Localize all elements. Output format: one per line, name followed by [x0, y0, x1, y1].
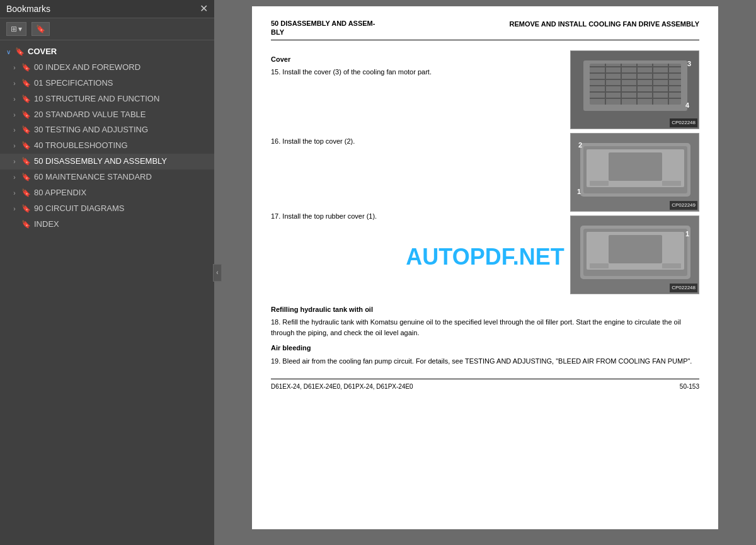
bookmark-icon: 🔖 [20, 95, 32, 105]
svg-rect-19 [590, 181, 609, 186]
page-document: 50 DISASSEMBLY AND ASSEM- BLY REMOVE AND… [252, 6, 718, 529]
svg-rect-18 [609, 152, 662, 181]
bookmark-list: ∨ 🔖 COVER › 🔖 00 INDEX AND FOREWORD › 🔖 … [0, 40, 214, 545]
bookmark-icon: 🔖 [20, 204, 32, 214]
footer-model-text: D61EX-24, D61EX-24E0, D61PX-24, D61PX-24… [271, 382, 413, 391]
chevron-right-icon: › [9, 173, 20, 181]
chevron-right-icon: › [9, 95, 20, 103]
sidebar-item-label: 00 INDEX AND FOREWORD [32, 62, 209, 73]
bookmark-icon: 🔖 [20, 188, 32, 198]
close-button[interactable]: ✕ [200, 4, 208, 14]
bookmark-icon: 🔖 [20, 79, 32, 89]
step-18: 18. Refill the hydraulic tank with Komat… [271, 317, 699, 338]
chevron-right-icon: › [9, 64, 20, 72]
bookmark-icon: 🔖 [20, 110, 32, 120]
bookmark-icon: 🔖 [20, 157, 32, 167]
sidebar-item-label: COVER [25, 47, 209, 57]
sidebar-item-60-maint[interactable]: › 🔖 60 MAINTENANCE STANDARD [0, 169, 214, 185]
image-3: 1 CP022248 [570, 215, 699, 294]
sidebar-item-label: 60 MAINTENANCE STANDARD [32, 172, 209, 183]
bookmark-icon: 🔖 [36, 25, 45, 33]
header-topic-label: REMOVE AND INSTALL COOLING FAN DRIVE ASS… [509, 19, 699, 37]
chevron-right-icon: › [9, 158, 20, 166]
image-1: 3 4 CP022248 [570, 50, 699, 129]
sidebar-item-20-standard[interactable]: › 🔖 20 STANDARD VALUE TABLE [0, 107, 214, 123]
sidebar-item-80-appendix[interactable]: › 🔖 80 APPENDIX [0, 185, 214, 201]
grid-view-button[interactable]: ⊞ ▾ [6, 22, 26, 36]
chevron-right-icon: › [9, 126, 20, 134]
image-2-label: CP022249 [670, 201, 697, 210]
svg-rect-27 [662, 263, 681, 268]
bookmark-icon: 🔖 [20, 220, 32, 230]
sidebar-item-label: 50 DISASSEMBLY AND ASSEMBLY [32, 156, 209, 167]
sidebar-item-label: 90 CIRCUIT DIAGRAMS [32, 204, 209, 214]
sidebar-collapse-button[interactable]: ‹ [213, 264, 222, 282]
bookmark-icon: 🔖 [20, 141, 32, 151]
sidebar-item-index[interactable]: 🔖 INDEX [0, 217, 214, 232]
sidebar-item-00-index[interactable]: › 🔖 00 INDEX AND FOREWORD [0, 60, 214, 76]
main-content-area: 50 DISASSEMBLY AND ASSEM- BLY REMOVE AND… [214, 0, 756, 545]
sidebar-item-cover[interactable]: ∨ 🔖 COVER [0, 44, 214, 60]
sidebar-item-label: 01 SPECIFICATIONS [32, 78, 209, 89]
bookmark-icon: 🔖 [20, 63, 32, 73]
sidebar-header: Bookmarks ✕ [0, 0, 214, 18]
sidebar-item-label: 30 TESTING AND ADJUSTING [32, 125, 209, 135]
step-16: 16. Install the top cover (2). [271, 136, 560, 147]
sidebar-item-label: 20 STANDARD VALUE TABLE [32, 110, 209, 120]
image-2: 2 1 CP022249 [570, 133, 699, 212]
page-header: 50 DISASSEMBLY AND ASSEM- BLY REMOVE AND… [271, 19, 699, 40]
sidebar-item-label: 10 STRUCTURE AND FUNCTION [32, 94, 209, 105]
step-19: 19. Bleed air from the cooling fan pump … [271, 356, 699, 367]
chevron-right-icon: › [9, 111, 20, 119]
section-cover-title: Cover [271, 54, 560, 65]
svg-rect-26 [590, 263, 609, 268]
chevron-right-icon: › [9, 205, 20, 213]
image-3-label: CP022248 [670, 284, 697, 292]
section-refill-title: Refilling hydraulic tank with oil [271, 304, 699, 315]
chevron-right-icon: › [9, 189, 20, 197]
chevron-right-icon: › [9, 142, 20, 150]
section-air-title: Air bleeding [271, 343, 699, 353]
sidebar-item-90-circuit[interactable]: › 🔖 90 CIRCUIT DIAGRAMS [0, 201, 214, 217]
bookmark-icon: 🔖 [20, 173, 32, 183]
sidebar-item-50-disasm[interactable]: › 🔖 50 DISASSEMBLY AND ASSEMBLY [0, 154, 214, 169]
svg-rect-25 [609, 235, 662, 263]
header-section-label: 50 DISASSEMBLY AND ASSEM- BLY [271, 19, 375, 37]
sidebar: Bookmarks ✕ ⊞ ▾ 🔖 ∨ 🔖 COVER › 🔖 00 INDEX… [0, 0, 214, 545]
sidebar-item-40-trouble[interactable]: › 🔖 40 TROUBLESHOOTING [0, 138, 214, 154]
page-footer: D61EX-24, D61EX-24E0, D61PX-24, D61PX-24… [271, 379, 699, 391]
sidebar-item-label: 40 TROUBLESHOOTING [32, 141, 209, 151]
svg-rect-20 [662, 181, 681, 186]
sidebar-title: Bookmarks [6, 4, 50, 14]
chevron-right-icon: › [9, 79, 20, 88]
bookmark-icon: 🔖 [20, 125, 32, 135]
bookmark-icon: 🔖 [14, 47, 25, 57]
dropdown-icon: ▾ [18, 25, 22, 33]
grid-icon: ⊞ [11, 25, 17, 33]
footer-page-number: 50-153 [680, 382, 699, 391]
sidebar-item-01-spec[interactable]: › 🔖 01 SPECIFICATIONS [0, 76, 214, 91]
sidebar-toolbar: ⊞ ▾ 🔖 [0, 18, 214, 40]
sidebar-item-label: INDEX [32, 219, 209, 230]
sidebar-item-30-testing[interactable]: › 🔖 30 TESTING AND ADJUSTING [0, 122, 214, 138]
image-1-label: CP022248 [670, 118, 697, 127]
bookmark-button[interactable]: 🔖 [32, 22, 50, 36]
step-17: 17. Install the top rubber cover (1). [271, 211, 560, 222]
sidebar-item-10-struct[interactable]: › 🔖 10 STRUCTURE AND FUNCTION [0, 91, 214, 107]
image-stack: 3 4 CP022248 2 1 [570, 50, 699, 294]
chevron-down-icon: ∨ [3, 48, 14, 56]
step-15: 15. Install the cover (3) of the cooling… [271, 67, 560, 77]
sidebar-item-label: 80 APPENDIX [32, 188, 209, 198]
